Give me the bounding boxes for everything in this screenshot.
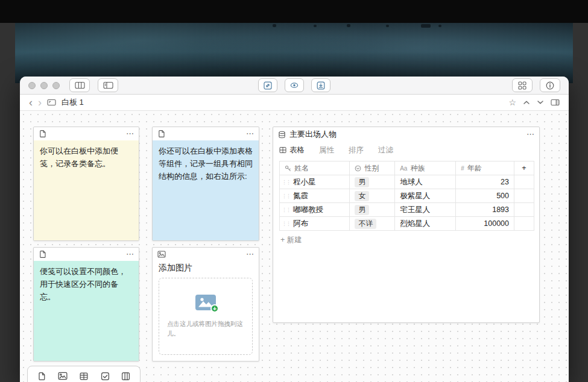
cell-gender[interactable]: 男 [350, 175, 395, 189]
cell-name[interactable]: ⋮⋮氮霞 [280, 189, 350, 203]
cell-gender[interactable]: 不详 [350, 217, 395, 231]
fit-screen-button[interactable] [258, 78, 277, 92]
chevron-up-button[interactable] [523, 100, 530, 105]
more-icon[interactable]: ⋯ [126, 131, 134, 137]
wallpaper-artifact [421, 24, 431, 28]
dropzone-hint: 点击这儿或将图片拖拽到这儿。 [167, 319, 244, 338]
primary-key-icon [285, 165, 291, 172]
cell-name[interactable]: ⋮⋮阿布 [280, 217, 350, 231]
add-row-button[interactable]: + 新建 [280, 235, 539, 245]
column-header-species[interactable]: Aa 种族 [395, 161, 456, 175]
todo-check-icon [101, 372, 110, 381]
tab-sort[interactable]: 排序 [349, 145, 364, 155]
back-button[interactable]: ‹ [29, 96, 33, 108]
number-field-icon: # [461, 165, 464, 172]
cell-gender[interactable]: 男 [350, 203, 395, 217]
characters-table: 姓名 性别 [279, 161, 534, 231]
screenshot-top-bezel [0, 0, 588, 23]
titlebar-right-buttons [512, 78, 560, 92]
app-window: ‹ › 白板 1 ☆ [20, 77, 569, 382]
whiteboard-canvas[interactable]: ⋯ 你可以在白板中添加便笺，记录各类备忘。 ⋯ 你还可以在白板中添加表格等组件，… [20, 111, 569, 382]
wallpaper-artifact [438, 25, 441, 27]
image-card[interactable]: ⋯ 添加图片 + 点击这儿或将图片拖拽到这儿。 [152, 247, 259, 362]
note-card-header: ⋯ [34, 127, 139, 140]
cell-species[interactable]: 烈焰星人 [395, 217, 456, 231]
info-button[interactable] [540, 78, 560, 92]
add-todo-button[interactable] [101, 372, 110, 381]
cell-empty[interactable] [514, 175, 534, 189]
image-dropzone[interactable]: + 点击这儿或将图片拖拽到这儿。 [159, 278, 253, 355]
table-row: ⋮⋮程小星 男 地球人 23 [280, 175, 534, 189]
add-image-button[interactable] [58, 372, 68, 380]
cell-name[interactable]: ⋮⋮嘟嘟教授 [280, 203, 350, 217]
split-view-button[interactable] [551, 99, 560, 106]
cell-empty[interactable] [514, 217, 534, 231]
add-column-button[interactable]: + [514, 161, 534, 175]
download-button[interactable] [311, 78, 330, 92]
close-button[interactable] [28, 82, 36, 89]
drag-handle-icon[interactable]: ⋮⋮ [282, 180, 290, 184]
columns-view-button[interactable] [69, 78, 90, 92]
note-icon [37, 372, 46, 381]
note-text[interactable]: 你还可以在白板中添加表格等组件，记录一组具有相同结构的信息，如右边所示: [153, 140, 259, 240]
more-icon[interactable]: ⋯ [246, 131, 254, 137]
add-board-button[interactable] [121, 372, 130, 381]
cell-age[interactable]: 1893 [456, 203, 514, 217]
columns-view-icon [75, 81, 85, 89]
add-note-button[interactable] [37, 372, 46, 381]
wallpaper-artifact [347, 24, 350, 27]
sidebar-icon [103, 81, 113, 89]
window-titlebar [20, 77, 569, 95]
table-card[interactable]: 主要出场人物 ⋯ 表格 属性 排序 过滤 [273, 127, 540, 323]
tab-properties[interactable]: 属性 [319, 145, 334, 155]
preview-eye-icon [289, 82, 299, 89]
gender-tag: 不详 [355, 219, 376, 229]
zoom-button[interactable] [52, 82, 60, 89]
sticky-note-blue[interactable]: ⋯ 你还可以在白板中添加表格等组件，记录一组具有相同结构的信息，如右边所示: [152, 127, 259, 241]
favorite-star-button[interactable]: ☆ [508, 98, 516, 107]
image-icon [157, 251, 166, 258]
add-image-icon: + [195, 295, 216, 310]
note-card-header: ⋯ [34, 248, 139, 261]
cell-name[interactable]: ⋮⋮程小星 [280, 175, 350, 189]
cell-species[interactable]: 地球人 [395, 175, 456, 189]
forward-button[interactable]: › [38, 96, 42, 108]
cell-age[interactable]: 500 [456, 189, 514, 203]
tab-table[interactable]: 表格 [279, 145, 305, 155]
table-tabs: 表格 属性 排序 过滤 [273, 143, 539, 157]
apps-grid-button[interactable] [512, 78, 533, 92]
minimize-button[interactable] [40, 82, 48, 89]
cell-species[interactable]: 宅王星人 [395, 203, 456, 217]
more-icon[interactable]: ⋯ [126, 251, 134, 257]
cell-empty[interactable] [514, 203, 534, 217]
sidebar-toggle-button[interactable] [98, 78, 118, 92]
table-row: ⋮⋮嘟嘟教授 男 宅王星人 1893 [280, 203, 534, 217]
cell-age[interactable]: 100000 [456, 217, 514, 231]
column-header-age[interactable]: # 年龄 [456, 161, 514, 175]
more-icon[interactable]: ⋯ [246, 251, 254, 257]
preview-button[interactable] [285, 78, 304, 92]
column-header-gender[interactable]: 性别 [350, 161, 395, 175]
table-header-row: 姓名 性别 [280, 161, 534, 175]
table-icon [79, 372, 89, 381]
cell-age[interactable]: 23 [456, 175, 514, 189]
image-card-header: ⋯ [153, 248, 259, 261]
sticky-note-teal[interactable]: ⋯ 便笺可以设置不同颜色，用于快速区分不同的备忘。 [33, 247, 139, 362]
drag-handle-icon[interactable]: ⋮⋮ [282, 193, 290, 198]
sticky-note-yellow[interactable]: ⋯ 你可以在白板中添加便笺，记录各类备忘。 [33, 127, 139, 241]
column-header-name[interactable]: 姓名 [280, 161, 350, 175]
database-icon [278, 131, 286, 139]
drag-handle-icon[interactable]: ⋮⋮ [282, 221, 290, 226]
cell-species[interactable]: 极紫星人 [395, 189, 456, 203]
cell-gender[interactable]: 女 [350, 189, 395, 203]
tab-filter[interactable]: 过滤 [378, 145, 393, 155]
cell-empty[interactable] [514, 189, 534, 203]
drag-handle-icon[interactable]: ⋮⋮ [282, 207, 290, 212]
note-text[interactable]: 你可以在白板中添加便笺，记录各类备忘。 [34, 140, 139, 240]
note-text[interactable]: 便笺可以设置不同颜色，用于快速区分不同的备忘。 [34, 261, 139, 361]
chevron-down-button[interactable] [537, 100, 544, 105]
more-icon[interactable]: ⋯ [526, 131, 534, 137]
gender-tag: 女 [355, 191, 369, 201]
grid-icon [279, 146, 286, 154]
add-table-button[interactable] [79, 372, 89, 381]
